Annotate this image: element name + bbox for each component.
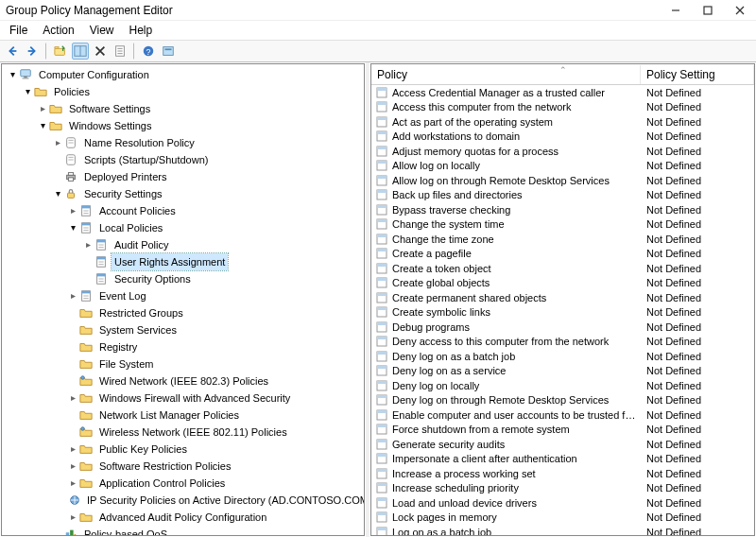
list-row[interactable]: Change the system timeNot Defined (371, 217, 754, 233)
collapse-icon[interactable] (38, 117, 48, 134)
expand-icon[interactable] (53, 134, 63, 151)
list-row[interactable]: Create a token objectNot Defined (371, 261, 754, 276)
delete-icon[interactable] (92, 43, 109, 60)
list-row[interactable]: Access this computer from the networkNot… (371, 100, 754, 115)
expand-icon[interactable] (68, 475, 78, 492)
policy-name: Deny log on locally (392, 380, 641, 391)
list-row[interactable]: Generate security auditsNot Defined (371, 437, 754, 452)
list-row[interactable]: Enable computer and user accounts to be … (371, 407, 754, 423)
collapse-icon[interactable] (23, 83, 33, 100)
tree-item[interactable]: Name Resolution Policy (4, 134, 364, 151)
tree-item[interactable]: User Rights Assignment (4, 253, 364, 270)
list-row[interactable]: Bypass traverse checkingNot Defined (371, 202, 754, 217)
list-row[interactable]: Force shutdown from a remote systemNot D… (371, 423, 754, 438)
tree-item[interactable]: Public Key Policies (4, 441, 364, 458)
list-row[interactable]: Increase scheduling priorityNot Defined (371, 481, 754, 496)
list-row[interactable]: Change the time zoneNot Defined (371, 232, 754, 247)
list-row[interactable]: Lock pages in memoryNot Defined (371, 511, 754, 526)
tree-item[interactable]: Registry (4, 338, 364, 355)
tree-item[interactable]: Advanced Audit Policy Configuration (4, 509, 364, 526)
back-icon[interactable] (4, 43, 21, 60)
tree-item[interactable]: Wireless Network (IEEE 802.11) Policies (4, 424, 364, 441)
forward-icon[interactable] (24, 43, 41, 60)
list-row[interactable]: Allow log on through Remote Desktop Serv… (371, 173, 754, 188)
tree-item[interactable]: Restricted Groups (4, 304, 364, 321)
list-row[interactable]: Create symbolic linksNot Defined (371, 305, 754, 320)
list-row[interactable]: Load and unload device driversNot Define… (371, 495, 754, 511)
menu-item[interactable]: View (84, 23, 120, 38)
list-row[interactable]: Allow log on locallyNot Defined (371, 159, 754, 174)
close-button[interactable] (724, 0, 756, 21)
collapse-icon[interactable] (8, 66, 18, 83)
tree-item[interactable]: Policy-based QoS (4, 526, 364, 536)
tree-item[interactable]: Network List Manager Policies (4, 407, 364, 424)
expand-icon[interactable] (68, 202, 78, 219)
properties-icon[interactable] (112, 43, 129, 60)
minimize-button[interactable] (660, 0, 692, 21)
list-row[interactable]: Deny log on through Remote Desktop Servi… (371, 393, 754, 408)
expand-icon[interactable] (68, 458, 78, 475)
tree-item[interactable]: Deployed Printers (4, 168, 364, 185)
column-header-setting[interactable]: Policy Setting (641, 65, 754, 84)
tree-item[interactable]: Software Restriction Policies (4, 458, 364, 475)
tree-item[interactable]: Local Policies (4, 219, 364, 236)
list-row[interactable]: Impersonate a client after authenticatio… (371, 452, 754, 467)
toolbar (0, 40, 756, 62)
list-row[interactable]: Deny log on as a batch jobNot Defined (371, 349, 754, 364)
ipsec-icon (68, 494, 81, 507)
expand-icon[interactable] (68, 509, 78, 526)
list-row[interactable]: Create a pagefileNot Defined (371, 247, 754, 262)
list-row[interactable]: Access Credential Manager as a trusted c… (371, 85, 754, 100)
help-icon[interactable] (140, 43, 157, 60)
tree-item[interactable]: Software Settings (4, 100, 364, 117)
list-row[interactable]: Create permanent shared objectsNot Defin… (371, 290, 754, 305)
tree-item[interactable]: Policies (4, 83, 364, 100)
list-row[interactable]: Increase a process working setNot Define… (371, 466, 754, 481)
show-pane-icon[interactable] (72, 43, 89, 60)
expand-icon[interactable] (38, 100, 48, 117)
expand-icon[interactable] (68, 441, 78, 458)
tree-item[interactable]: Wired Network (IEEE 802.3) Policies (4, 372, 364, 390)
menu-item[interactable]: File (4, 23, 33, 38)
list-row[interactable]: Log on as a batch jobNot Defined (371, 525, 754, 536)
tree-item[interactable]: Computer Configuration (4, 66, 364, 83)
menu-item[interactable]: Help (124, 23, 159, 38)
tree-item[interactable]: Account Policies (4, 202, 364, 219)
list-pane[interactable]: ⌃ Policy Policy Setting Access Credentia… (370, 63, 755, 536)
tree-item[interactable]: Windows Firewall with Advanced Security (4, 390, 364, 407)
list-row[interactable]: Add workstations to domainNot Defined (371, 130, 754, 145)
up-folder-icon[interactable] (52, 43, 69, 60)
list-row[interactable]: Deny access to this computer from the ne… (371, 335, 754, 350)
list-row[interactable]: Deny log on as a serviceNot Defined (371, 364, 754, 379)
tree-item[interactable]: Windows Settings (4, 117, 364, 134)
maximize-button[interactable] (692, 0, 724, 21)
tree-item[interactable]: Application Control Policies (4, 475, 364, 492)
pane-splitter[interactable] (366, 62, 369, 537)
list-row[interactable]: Adjust memory quotas for a processNot De… (371, 144, 754, 159)
policy-name: Change the system time (392, 218, 641, 230)
tree-item[interactable]: Audit Policy (4, 236, 364, 253)
list-row[interactable]: Back up files and directoriesNot Defined (371, 188, 754, 203)
tree-item[interactable]: System Services (4, 321, 364, 338)
tree-item[interactable]: Scripts (Startup/Shutdown) (4, 151, 364, 168)
tree-item[interactable]: File System (4, 355, 364, 372)
expand-icon[interactable] (68, 390, 78, 407)
menu-item[interactable]: Action (37, 23, 79, 38)
expand-icon[interactable] (83, 236, 94, 253)
collapse-icon[interactable] (53, 185, 63, 202)
list-row[interactable]: Deny log on locallyNot Defined (371, 378, 754, 393)
tree-pane[interactable]: Computer ConfigurationPoliciesSoftware S… (1, 63, 365, 536)
tree-item[interactable]: Security Settings (4, 185, 364, 202)
collapse-icon[interactable] (68, 219, 78, 236)
column-header-policy[interactable]: Policy (371, 65, 641, 84)
filter-icon[interactable] (160, 43, 177, 60)
list-row[interactable]: Debug programsNot Defined (371, 320, 754, 335)
expand-icon[interactable] (68, 287, 78, 304)
list-row[interactable]: Act as part of the operating systemNot D… (371, 114, 754, 130)
tree-item[interactable]: Event Log (4, 287, 364, 304)
tree-item[interactable]: Security Options (4, 270, 364, 287)
tree-item[interactable]: IP Security Policies on Active Directory… (4, 492, 364, 509)
list-row[interactable]: Create global objectsNot Defined (371, 276, 754, 291)
monitor-icon (18, 68, 33, 81)
policy-name: Enable computer and user accounts to be … (392, 409, 641, 421)
